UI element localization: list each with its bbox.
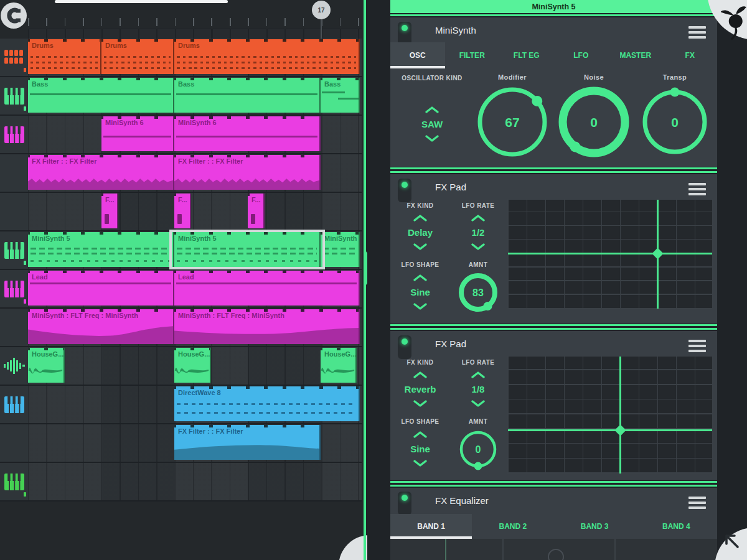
tab-lfo[interactable]: LFO [554,42,609,68]
snap-button[interactable] [1,2,27,29]
chevron-down-icon[interactable] [412,399,428,408]
pattern-clip[interactable]: DirectWave 8 [174,386,360,421]
track-row-f[interactable]: F... F... F... [28,193,362,231]
fx-xy-pad[interactable] [507,199,713,309]
tab-fx[interactable]: FX [663,42,718,68]
track-row-directwave[interactable]: DirectWave 8 [28,386,362,424]
track-button-fx-filter[interactable] [0,154,28,193]
pattern-clip[interactable]: MiniSynth 6 [101,116,174,151]
pattern-clip[interactable]: MiniSynth 5 [321,232,360,267]
pattern-clip[interactable]: MiniSynth 6 [174,116,321,151]
lfo-shape-value[interactable]: Sine [410,444,430,454]
chevron-up-icon[interactable] [412,214,428,222]
pattern-clip[interactable]: Lead [174,271,360,306]
fx-kind-value[interactable]: Reverb [405,384,436,394]
module-enable-toggle[interactable] [398,335,411,359]
transp-knob[interactable]: 0 [640,87,710,157]
chevron-down-icon[interactable] [424,134,440,142]
chevron-up-icon[interactable] [424,106,440,114]
lfo-shape-value[interactable]: Sine [410,287,430,297]
amnt-knob[interactable]: 83 [457,271,499,314]
pattern-clip[interactable]: Drums [174,39,360,74]
track-button-fx-filter-2[interactable] [0,424,28,463]
oscillator-kind-value[interactable]: SAW [421,119,443,129]
chevron-up-icon[interactable] [412,371,428,379]
hamburger-menu-icon[interactable] [688,26,706,39]
timeline-ruler[interactable]: 17 [28,0,362,39]
xy-crosshair-handle[interactable] [652,248,663,259]
eq-band-handle[interactable] [548,549,564,560]
clip-selection-frame[interactable] [169,230,325,269]
tab-osc[interactable]: OSC [390,42,445,68]
module-enable-toggle[interactable] [398,179,411,202]
playlist-grid[interactable]: Drums Drums Drums Bass Bass [28,39,362,502]
chevron-down-icon[interactable] [470,243,486,251]
track-button-empty[interactable] [0,463,28,502]
tab-filter[interactable]: FILTER [445,42,500,68]
fx-kind-value[interactable]: Delay [408,227,433,238]
automation-clip[interactable]: MiniSynth : FLT Freq : MiniSynth [28,309,174,344]
track-row-minisynth-5[interactable]: MiniSynth 5 MiniSynth 5 MiniSynth 5 [28,231,362,270]
track-row-bass[interactable]: Bass Bass Bass [28,77,362,116]
tab-band-3[interactable]: BAND 3 [554,514,636,539]
tab-band-4[interactable]: BAND 4 [636,514,717,539]
module-enable-toggle[interactable] [398,492,411,515]
amnt-knob[interactable]: 0 [457,428,499,470]
pattern-clip[interactable]: Bass [174,78,321,113]
tab-master[interactable]: MASTER [608,42,663,68]
track-row-minisynth-6[interactable]: MiniSynth 6 MiniSynth 6 [28,116,362,154]
modifier-knob[interactable]: 67 [475,85,550,159]
automation-clip[interactable]: FX Filter : : FX Filter [174,155,321,190]
equalizer-graph-area[interactable] [390,539,717,560]
lfo-rate-value[interactable]: 1/2 [472,227,485,238]
pattern-clip[interactable]: Drums [101,39,174,74]
chevron-up-icon[interactable] [412,274,428,282]
track-button-drums[interactable] [0,39,28,77]
pattern-clip[interactable]: F... [174,194,191,228]
pattern-clip[interactable]: F... [248,194,265,228]
tab-band-2[interactable]: BAND 2 [472,514,553,539]
track-row-lead[interactable]: Lead Lead [28,270,362,309]
hamburger-menu-icon[interactable] [688,497,706,509]
track-button-lead[interactable] [0,270,28,309]
hamburger-menu-icon[interactable] [688,183,706,195]
xy-crosshair-handle[interactable] [614,424,626,436]
inspector-title-bar[interactable]: MiniSynth 5 [390,0,717,13]
fx-xy-pad[interactable] [507,356,713,474]
pattern-clip[interactable]: Lead [28,271,174,306]
pattern-clip[interactable]: MiniSynth 5 [28,232,174,267]
track-row-house-groove[interactable]: HouseG... HouseG... HouseG... [28,347,362,386]
chevron-down-icon[interactable] [412,459,428,467]
track-button-bass[interactable] [0,77,28,116]
chevron-down-icon[interactable] [470,399,486,408]
audio-clip[interactable]: HouseG... [28,348,65,383]
tab-band-1[interactable]: BAND 1 [390,514,472,539]
pattern-clip[interactable]: Bass [321,78,360,113]
track-button-minisynth-6[interactable] [0,116,28,154]
track-button-directwave[interactable] [0,386,28,424]
lfo-rate-value[interactable]: 1/8 [472,384,485,394]
track-button-minisynth-flt[interactable] [0,309,28,347]
track-button-minisynth-5[interactable] [0,231,28,270]
track-row-empty[interactable] [28,463,362,502]
track-button-house-groove[interactable] [0,347,28,386]
tab-flt-eg[interactable]: FLT EG [499,42,554,68]
track-button-f-track[interactable] [0,193,28,231]
automation-clip[interactable]: FX Filter : : FX Filter [174,425,321,460]
track-row-fx-filter[interactable]: FX Filter : : FX Filter FX Filter : : FX… [28,154,362,193]
playhead-marker[interactable]: 17 [312,1,331,19]
pattern-clip[interactable]: Bass [28,78,174,113]
pattern-clip[interactable]: F... [101,194,118,228]
chevron-up-icon[interactable] [470,371,486,379]
pattern-clip[interactable]: Drums [28,39,101,74]
chevron-down-icon[interactable] [412,302,428,310]
chevron-up-icon[interactable] [412,431,428,439]
audio-clip[interactable]: HouseG... [321,348,357,383]
track-row-minisynth-flt[interactable]: MiniSynth : FLT Freq : MiniSynth MiniSyn… [28,309,362,347]
hamburger-menu-icon[interactable] [688,340,706,352]
audio-clip[interactable]: HouseG... [174,348,211,383]
chevron-up-icon[interactable] [470,214,486,222]
track-row-fx-filter-2[interactable]: FX Filter : : FX Filter [28,424,362,463]
track-row-drums[interactable]: Drums Drums Drums [28,39,362,77]
automation-clip[interactable]: MiniSynth : FLT Freq : MiniSynth [174,309,360,344]
